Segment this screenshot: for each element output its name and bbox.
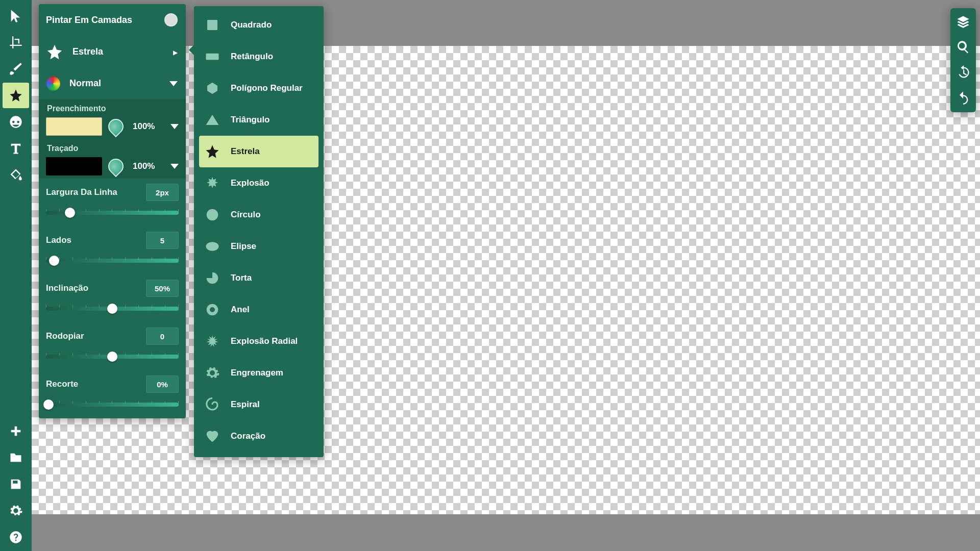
slider-track[interactable]	[46, 256, 179, 265]
shape-item-label: Quadrado	[231, 20, 272, 30]
fill-title: Preenchimento	[47, 104, 179, 113]
fill-opacity-value: 100%	[133, 121, 155, 132]
slider-value-input[interactable]: 5	[146, 232, 179, 249]
ellipse-icon	[204, 238, 220, 255]
blend-mode-icon	[46, 77, 60, 91]
chevron-down-icon[interactable]	[170, 164, 179, 169]
shape-item-regular_polygon[interactable]: Polígono Regular	[199, 72, 318, 104]
slider-value-input[interactable]: 2px	[146, 184, 179, 201]
shape-item-radial_burst[interactable]: Explosão Radial	[199, 325, 318, 357]
blend-mode-label: Normal	[69, 78, 169, 89]
paint-in-layers-label: Pintar Em Camadas	[46, 15, 164, 26]
tool-options-panel: Pintar Em Camadas Estrela Normal Preench…	[39, 4, 186, 418]
shape-item-label: Polígono Regular	[231, 83, 303, 93]
slider-value-input[interactable]: 50%	[146, 280, 179, 297]
radial_burst-icon	[204, 333, 220, 349]
settings-button[interactable]	[3, 498, 29, 523]
save-button[interactable]	[3, 471, 29, 497]
paint-in-layers-row[interactable]: Pintar Em Camadas	[39, 4, 186, 36]
tool-shape[interactable]	[3, 83, 29, 108]
shape-select-row[interactable]: Estrela	[39, 36, 186, 67]
slider-label: Recorte	[46, 379, 78, 389]
shape-item-label: Estrela	[231, 146, 260, 157]
slider-track[interactable]	[46, 352, 179, 361]
chevron-down-icon	[169, 81, 178, 86]
text-icon	[9, 141, 23, 156]
tool-pointer[interactable]	[3, 3, 29, 29]
fill-color-swatch[interactable]	[46, 117, 102, 136]
crop-icon	[9, 35, 23, 49]
paint-bucket-icon	[9, 168, 23, 182]
save-icon	[9, 477, 23, 491]
slider-line_width: Largura Da Linha2px	[39, 179, 186, 227]
brush-icon	[9, 62, 23, 76]
history-icon	[956, 65, 970, 80]
opacity-drop-icon[interactable]	[105, 116, 127, 137]
help-icon	[9, 530, 23, 544]
gear-icon	[204, 365, 220, 381]
slider-inset: Inclinação50%	[39, 274, 186, 322]
slider-label: Lados	[46, 235, 71, 245]
slider-track[interactable]	[46, 304, 179, 313]
star-icon	[9, 88, 23, 103]
help-button[interactable]	[3, 524, 29, 550]
slider-track[interactable]	[46, 208, 179, 217]
ring-icon	[204, 302, 220, 318]
right-toolbar	[950, 8, 976, 112]
slider-track[interactable]	[46, 400, 179, 409]
slider-label: Rodopiar	[46, 331, 84, 341]
opacity-drop-icon[interactable]	[105, 156, 127, 177]
slider-value-input[interactable]: 0	[146, 328, 179, 345]
undo-button[interactable]	[951, 86, 975, 110]
shape-item-ellipse[interactable]: Elipse	[199, 231, 318, 262]
shape-item-circle[interactable]: Círculo	[199, 199, 318, 231]
shape-item-label: Coração	[231, 431, 265, 441]
chevron-down-icon[interactable]	[170, 124, 179, 129]
chevron-right-icon	[173, 47, 178, 57]
slider-twirl: Rodopiar0	[39, 322, 186, 370]
new-button[interactable]	[3, 418, 29, 444]
shape-item-star[interactable]: Estrela	[199, 136, 318, 167]
gear-icon	[9, 504, 23, 518]
star-icon	[204, 143, 220, 160]
slider-value-input[interactable]: 0%	[146, 375, 179, 393]
shape-item-label: Triângulo	[231, 115, 270, 125]
tool-brush[interactable]	[3, 56, 29, 82]
current-shape-label: Estrela	[72, 46, 168, 57]
folder-icon	[9, 450, 23, 465]
tool-crop[interactable]	[3, 30, 29, 55]
shape-item-rectangle[interactable]: Retângulo	[199, 41, 318, 72]
square-icon	[204, 17, 220, 33]
shape-item-gear[interactable]: Engrenagem	[199, 357, 318, 389]
burst-icon	[204, 175, 220, 191]
history-button[interactable]	[951, 60, 975, 85]
open-button[interactable]	[3, 445, 29, 470]
paint-in-layers-toggle[interactable]	[164, 13, 178, 27]
shape-item-label: Explosão	[231, 178, 270, 188]
stroke-color-swatch[interactable]	[46, 157, 102, 176]
tool-fill[interactable]	[3, 162, 29, 188]
undo-icon	[956, 91, 970, 105]
shape-item-square[interactable]: Quadrado	[199, 9, 318, 41]
shape-item-label: Engrenagem	[231, 368, 283, 378]
tool-stamp[interactable]	[3, 109, 29, 135]
rectangle-icon	[204, 48, 220, 65]
heart-icon	[204, 428, 220, 444]
stroke-opacity-value: 100%	[133, 161, 155, 171]
tool-text[interactable]	[3, 136, 29, 161]
layers-button[interactable]	[951, 9, 975, 34]
stamp-icon	[9, 115, 23, 129]
shape-item-heart[interactable]: Coração	[199, 420, 318, 452]
shape-item-burst[interactable]: Explosão	[199, 167, 318, 199]
spiral-icon	[204, 396, 220, 413]
shape-item-label: Círculo	[231, 210, 261, 220]
stroke-title: Traçado	[47, 144, 179, 153]
shape-item-triangle[interactable]: Triângulo	[199, 104, 318, 136]
shape-item-spiral[interactable]: Espiral	[199, 389, 318, 420]
fill-section: Preenchimento 100%	[39, 99, 186, 139]
shape-item-ring[interactable]: Anel	[199, 294, 318, 325]
shape-item-pie[interactable]: Torta	[199, 262, 318, 294]
blend-mode-row[interactable]: Normal	[39, 67, 186, 99]
triangle-icon	[204, 112, 220, 128]
zoom-button[interactable]	[951, 35, 975, 59]
